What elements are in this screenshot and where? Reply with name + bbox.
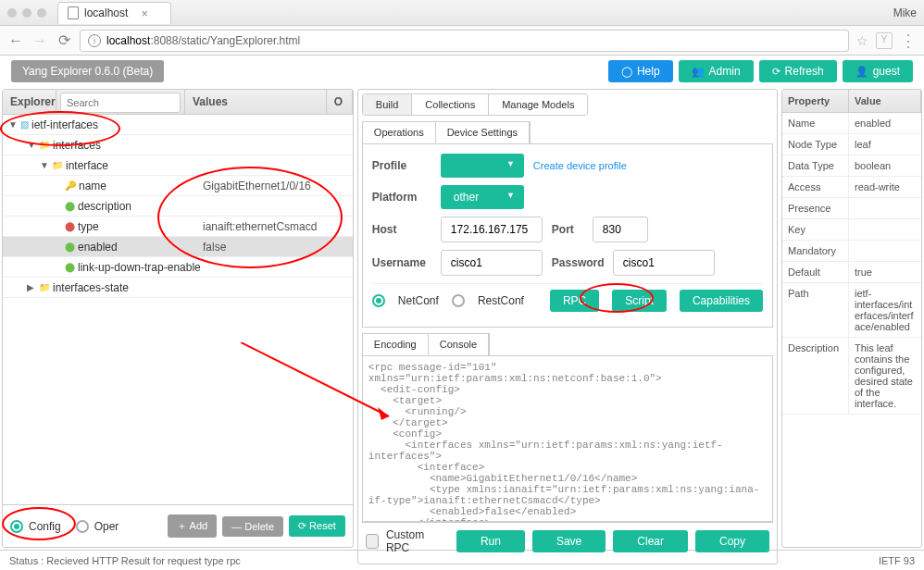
admin-button[interactable]: 👥Admin: [679, 60, 754, 82]
rpc-button[interactable]: RPC: [550, 290, 599, 312]
tab-manage-models[interactable]: Manage Models: [489, 94, 587, 115]
tab-collections[interactable]: Collections: [412, 94, 489, 115]
platform-label: Platform: [372, 191, 431, 204]
add-button[interactable]: ＋ Add: [168, 514, 217, 538]
tab-build[interactable]: Build: [363, 94, 412, 115]
min-dot[interactable]: [22, 8, 31, 18]
property-key: Description: [782, 338, 849, 414]
tree-item-label: link-up-down-trap-enable: [78, 261, 201, 274]
subtab-operations[interactable]: Operations: [363, 122, 436, 143]
url-input[interactable]: i localhost:8088/static/YangExplorer.htm…: [80, 30, 849, 52]
key-icon: 🔑: [65, 180, 76, 191]
app-title: Yang Explorer 0.6.0 (Beta): [11, 60, 164, 82]
run-button[interactable]: Run: [456, 530, 525, 552]
restconf-radio[interactable]: [452, 294, 465, 307]
window-controls: [7, 8, 46, 18]
property-row: Nameenabled: [782, 113, 921, 134]
close-icon[interactable]: ×: [141, 6, 148, 20]
capabilities-button[interactable]: Capabilities: [680, 290, 763, 312]
custom-rpc-check[interactable]: [366, 534, 379, 549]
ext-icon[interactable]: Y: [876, 32, 893, 49]
forward-button[interactable]: →: [31, 32, 48, 49]
restconf-label: RestConf: [478, 294, 524, 307]
property-key: Path: [782, 283, 849, 337]
subtab-encoding[interactable]: Encoding: [363, 334, 429, 355]
menu-icon[interactable]: ⋮: [900, 31, 917, 51]
port-input[interactable]: [593, 217, 648, 242]
github-icon: ◯: [621, 66, 632, 78]
help-button[interactable]: ◯Help: [608, 60, 673, 82]
property-row: Accessread-write: [782, 177, 921, 198]
tree-row[interactable]: ⬤enabledfalse: [3, 237, 353, 257]
value-col: Value: [849, 90, 921, 112]
tab-title: localhost: [84, 6, 128, 19]
property-key: Access: [782, 177, 849, 197]
browser-tab[interactable]: localhost ×: [57, 2, 171, 24]
tree-row[interactable]: ▼📁interface: [3, 155, 353, 176]
oper-radio[interactable]: [76, 520, 89, 533]
profile-select[interactable]: [441, 154, 524, 178]
back-button[interactable]: ←: [7, 32, 24, 49]
tree-item-label: name: [79, 180, 106, 192]
property-col: Property: [782, 90, 849, 112]
close-dot[interactable]: [7, 8, 17, 18]
tree-row[interactable]: ▼▧ietf-interfaces: [3, 115, 353, 135]
subtab-device-settings[interactable]: Device Settings: [436, 122, 530, 143]
config-label: Config: [29, 520, 61, 533]
password-label: Password: [552, 256, 604, 269]
top-tabs: Build Collections Manage Models: [362, 93, 589, 116]
folder-icon: 📁: [52, 160, 63, 170]
reset-button[interactable]: ⟳ Reset: [289, 515, 345, 537]
tree-row[interactable]: ▶📁interfaces-state: [3, 278, 353, 298]
subtab-console[interactable]: Console: [429, 334, 489, 355]
module-icon: ▧: [20, 119, 29, 130]
port-label: Port: [552, 223, 583, 236]
property-value: true: [849, 262, 921, 282]
tree-item-label: enabled: [78, 241, 118, 254]
platform-select[interactable]: other: [441, 185, 524, 209]
search-input[interactable]: [60, 93, 181, 113]
property-value: enabled: [849, 113, 921, 133]
tree-row[interactable]: ⬤link-up-down-trap-enable: [3, 257, 353, 278]
copy-button[interactable]: Copy: [695, 530, 769, 552]
tree: ▼▧ietf-interfaces▼📁interfaces▼📁interface…: [3, 115, 353, 504]
tree-row[interactable]: ⬤description: [3, 196, 353, 217]
config-radio[interactable]: [10, 520, 23, 533]
property-row: Defaulttrue: [782, 262, 921, 283]
guest-button[interactable]: 👤guest: [843, 60, 913, 82]
rpc-footer: Custom RPC Run Save Clear Copy: [362, 522, 773, 560]
delete-button[interactable]: — Delete: [222, 516, 283, 537]
property-key: Default: [782, 262, 849, 282]
property-value: boolean: [849, 155, 921, 176]
netconf-label: NetConf: [398, 294, 439, 307]
tree-row[interactable]: 🔑nameGigabitEthernet1/0/16: [3, 176, 353, 196]
max-dot[interactable]: [37, 8, 46, 18]
reload-button[interactable]: ⟳: [56, 32, 72, 49]
refresh-icon: ⟳: [772, 66, 780, 78]
folder-icon: 📁: [39, 282, 50, 292]
create-profile-link[interactable]: Create device profile: [533, 160, 627, 171]
script-button[interactable]: Script: [612, 290, 667, 312]
rpc-code[interactable]: <rpc message-id="101" xmlns="urn:ietf:pa…: [362, 355, 773, 522]
property-row: Key: [782, 219, 921, 241]
tree-item-value: ianaift:ethernetCsmacd: [203, 220, 353, 233]
password-input[interactable]: [613, 250, 715, 276]
property-value: ietf-interfaces/interfaces/interface/ena…: [849, 283, 921, 337]
host-input[interactable]: [441, 217, 543, 242]
property-row: Mandatory: [782, 241, 921, 262]
refresh-button[interactable]: ⟳Refresh: [759, 60, 837, 82]
tree-row[interactable]: ⬤typeianaift:ethernetCsmacd: [3, 217, 353, 237]
property-value: This leaf contains the configured, desir…: [849, 338, 921, 414]
info-icon[interactable]: i: [88, 34, 101, 47]
netconf-radio[interactable]: [372, 294, 385, 307]
tree-item-label: interfaces: [53, 139, 101, 152]
bookmark-icon[interactable]: ☆: [856, 33, 868, 48]
save-button[interactable]: Save: [532, 530, 606, 552]
op-col-header: O: [327, 90, 353, 114]
property-row: DescriptionThis leaf contains the config…: [782, 338, 921, 415]
tree-row[interactable]: ▼📁interfaces: [3, 135, 353, 155]
username-input[interactable]: [441, 250, 543, 276]
clear-button[interactable]: Clear: [613, 530, 688, 552]
folder-icon: 📁: [39, 140, 50, 150]
tree-item-label: interfaces-state: [53, 281, 129, 294]
